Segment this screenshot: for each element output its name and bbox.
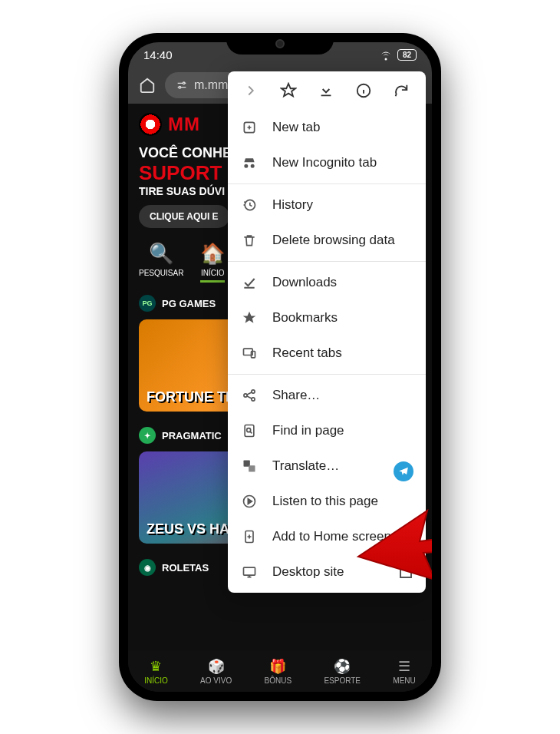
menu-separator [228,374,426,375]
history-icon [242,197,259,213]
menu-share[interactable]: Share… [228,378,426,413]
desktop-icon [242,564,259,580]
gift-icon: 🎁 [269,658,286,675]
plus-square-icon [242,120,259,135]
menu-top-actions [228,71,426,110]
menu-label: Listen to this page [272,494,378,509]
battery-indicator: 82 [397,49,417,61]
bottom-nav: ♛ INÍCIO 🎲 AO VIVO 🎁 BÔNUS ⚽ ESPORTE ☰ M… [128,650,432,692]
tab-search-label: PESQUISAR [139,269,183,277]
menu-label: Bookmarks [272,310,338,326]
home-icon[interactable] [139,77,156,94]
trash-icon [242,233,259,248]
tune-icon [176,79,188,91]
phone-camera [275,39,285,48]
menu-downloads[interactable]: Downloads [228,265,426,300]
desktop-site-checkbox[interactable] [400,566,412,578]
menu-label: Delete browsing data [272,233,395,248]
menu-label: Find in page [272,423,344,438]
dice-icon: 🎲 [208,658,225,675]
nav-esporte[interactable]: ⚽ ESPORTE [324,658,361,685]
download-icon[interactable] [318,82,336,99]
menu-label: New Incognito tab [272,155,377,170]
nav-label: AO VIVO [200,676,232,685]
menu-label: Desktop site [272,564,344,580]
telegram-float-button[interactable] [394,461,413,481]
nav-menu[interactable]: ☰ MENU [393,658,415,685]
devices-icon [242,346,259,361]
menu-label: Share… [272,388,320,403]
nav-label: ESPORTE [324,676,361,685]
menu-separator [228,184,426,184]
nav-bonus[interactable]: 🎁 BÔNUS [265,658,292,685]
nav-label: INÍCIO [144,676,168,685]
brand-name: MM [168,114,200,135]
status-time: 14:40 [143,48,173,61]
phone-frame: 14:40 82 m.mm MM [119,33,441,701]
pg-badge-icon: PG [139,295,156,312]
star-icon[interactable] [280,82,298,99]
menu-label: Add to Home screen [272,529,391,544]
tab-home[interactable]: 🏠 INÍCIO [200,242,225,283]
forward-icon[interactable] [242,82,261,99]
downloads-check-icon [242,275,259,290]
tab-search[interactable]: 🔍 PESQUISAR [139,242,183,283]
promo-cta-button[interactable]: CLIQUE AQUI E [139,205,229,228]
translate-icon [242,458,259,474]
url-text: m.mm [194,78,228,92]
chrome-overflow-menu: New tab New Incognito tab History Delete [228,71,426,593]
menu-label: History [272,197,313,213]
menu-bookmarks[interactable]: Bookmarks [228,300,426,336]
svg-rect-13 [249,465,255,471]
house-icon: 🏠 [200,242,225,266]
star-filled-icon [242,310,259,326]
menu-desktop-site[interactable]: Desktop site [228,554,426,590]
refresh-icon[interactable] [393,82,411,99]
svg-rect-16 [244,567,255,575]
search-icon: 🔍 [149,242,173,266]
nav-label: BÔNUS [265,676,292,685]
menu-listen-page[interactable]: Listen to this page [228,484,426,519]
wifi-icon [379,48,393,61]
info-icon[interactable] [355,82,374,99]
section-roletas-label: ROLETAS [162,562,209,574]
phone-screen: 14:40 82 m.mm MM [128,42,432,692]
roulette-badge-icon: ◉ [139,559,156,576]
menu-new-tab[interactable]: New tab [228,110,426,145]
svg-point-1 [179,86,181,88]
menu-add-home[interactable]: Add to Home screen [228,519,426,554]
section-pragmatic-label: PRAGMATIC [162,430,222,441]
play-circle-icon [242,494,259,509]
crown-icon: ♛ [150,658,162,675]
nav-aovivo[interactable]: 🎲 AO VIVO [200,658,232,685]
pragmatic-badge-icon: ✦ [139,427,156,444]
add-home-icon [242,529,259,544]
menu-label: New tab [272,120,320,135]
menu-icon: ☰ [398,658,410,675]
svg-rect-10 [245,425,254,437]
tab-home-label: INÍCIO [201,269,225,277]
menu-label: Downloads [272,275,337,290]
menu-recent-tabs[interactable]: Recent tabs [228,336,426,371]
find-page-icon [242,423,259,438]
brand-logo-icon [139,113,162,136]
menu-label: Translate… [272,458,339,474]
menu-delete-data[interactable]: Delete browsing data [228,223,426,258]
menu-history[interactable]: History [228,187,426,223]
menu-find-in-page[interactable]: Find in page [228,413,426,448]
nav-label: MENU [393,676,415,685]
share-icon [242,388,259,403]
ball-icon: ⚽ [334,658,351,675]
menu-separator [228,261,426,262]
nav-inicio[interactable]: ♛ INÍCIO [144,658,168,685]
svg-point-0 [183,82,185,84]
incognito-icon [242,155,259,170]
menu-label: Recent tabs [272,346,342,361]
section-pg-label: PG GAMES [162,298,216,309]
menu-incognito[interactable]: New Incognito tab [228,145,426,180]
